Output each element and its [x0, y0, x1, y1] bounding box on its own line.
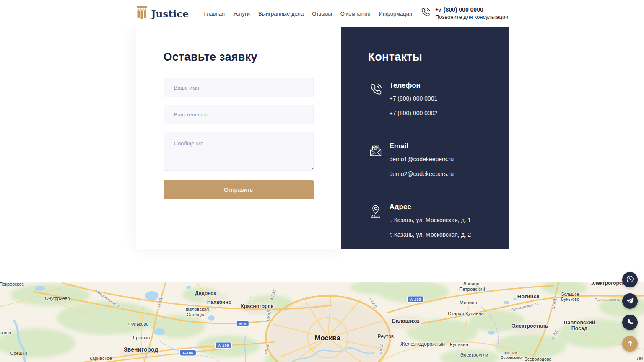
contacts-panel: Контакты Телефон +7 (800) 000 0001 +7 (8…: [341, 27, 509, 249]
map-label: Ершово: [133, 335, 150, 341]
map-label: Павловская Слобода: [184, 307, 209, 317]
contact-phone-2[interactable]: +7 (800) 000 0002: [390, 110, 438, 116]
whatsapp-icon: [626, 275, 634, 284]
road-badge: А-103: [408, 297, 423, 302]
map-label: Новорижское ш.: [94, 289, 122, 309]
main-nav: Главная Услуги Выигранные дела Отзывы О …: [204, 10, 412, 17]
map-label: Электросталь: [512, 323, 548, 329]
phone-icon: [626, 318, 634, 327]
contacts-title: Контакты: [368, 51, 496, 64]
map-label: Красногорск: [241, 303, 273, 309]
map-label: Лосино- Петровский: [459, 282, 485, 292]
map-label: Горьковское ш.: [511, 302, 539, 313]
svg-text:@: @: [374, 147, 377, 150]
map-label: Нахабино: [207, 300, 231, 305]
map-label: Фуньково: [128, 321, 149, 327]
telegram-icon: [626, 297, 634, 306]
location-icon: [368, 203, 384, 246]
header-phone[interactable]: +7 (800) 000 0000 Позвоните для консульт…: [420, 6, 509, 21]
nav-item-home[interactable]: Главная: [204, 10, 224, 17]
map-label: Павловский Посад: [564, 320, 595, 332]
map-label: Монино: [460, 300, 477, 305]
map-label: Ли: [637, 356, 643, 362]
header-phone-note: Позвоните для консультации: [435, 14, 509, 21]
contact-phone-heading: Телефон: [390, 81, 438, 90]
site-header: Justice Главная Услуги Выигранные дела О…: [0, 0, 644, 27]
road-badge: М-9: [237, 321, 249, 326]
form-title: Оставьте заявку: [164, 51, 314, 64]
map-label: Горьковское ш.: [595, 297, 621, 302]
map-label: Москва: [314, 334, 340, 342]
nav-item-services[interactable]: Услуги: [233, 10, 250, 17]
map-label: МКАД: [379, 343, 384, 354]
map-label: Онуфриево: [45, 296, 70, 301]
nav-item-won-cases[interactable]: Выигранные дела: [258, 10, 304, 17]
name-input[interactable]: [164, 78, 314, 97]
nav-item-about[interactable]: О компании: [340, 10, 371, 17]
column-icon: [136, 5, 148, 21]
map-label: Ногинск: [517, 294, 539, 300]
submit-button[interactable]: Отправить: [164, 180, 314, 199]
map-label: Большое Буньково: [561, 292, 579, 302]
telegram-button[interactable]: [622, 293, 638, 309]
contact-address-block: Адрес г. Казань, ул. Московская, д. 1 г.…: [368, 203, 496, 246]
contact-email-heading: Email: [390, 142, 454, 150]
map-label: Орешки: [10, 351, 27, 356]
email-icon: @: [368, 142, 384, 185]
phone-icon: [420, 7, 431, 20]
map-label: Реутов: [378, 334, 394, 340]
map-label: Балашиха: [392, 318, 419, 324]
map-label: Покровское: [0, 282, 24, 287]
map-label: МКАД: [269, 289, 277, 301]
map-label: МКАД: [264, 343, 270, 355]
map-label: ЦКАД: [550, 329, 559, 341]
scroll-top-button[interactable]: [622, 336, 638, 352]
map-label: МКАД: [267, 310, 272, 321]
request-section: Оставьте заявку Отправить Контакты Телеф…: [136, 27, 509, 249]
map-label: Всеволодово: [525, 357, 551, 362]
logo[interactable]: Justice: [136, 5, 189, 21]
contact-email-2[interactable]: demo2@codekeepers.ru: [390, 171, 454, 177]
header-phone-number: +7 (800) 000 0000: [435, 6, 509, 14]
map-label: Купавна: [450, 342, 468, 347]
map-label: ЦКАД: [156, 297, 163, 309]
map-label: Старая Купавна: [448, 311, 484, 316]
contact-address-1[interactable]: г. Казань, ул. Московская, д. 1: [390, 217, 471, 223]
whatsapp-button[interactable]: [622, 272, 638, 287]
request-form: Оставьте заявку Отправить: [136, 27, 341, 249]
contact-phone-block: Телефон +7 (800) 000 0001 +7 (800) 000 0…: [368, 81, 496, 124]
map-label: Дедовск: [195, 291, 216, 297]
message-textarea[interactable]: [164, 132, 314, 171]
road-badge: А-109: [216, 343, 231, 348]
map-label: лково: [0, 330, 11, 336]
map-label: ЦКАД: [551, 298, 557, 310]
contact-address-heading: Адрес: [390, 203, 471, 211]
arrow-up-icon: [626, 339, 634, 348]
contact-email-1[interactable]: demo1@codekeepers.ru: [390, 156, 454, 163]
contact-phone-1[interactable]: +7 (800) 000 0001: [390, 95, 438, 102]
phone-icon: [368, 81, 384, 124]
map-label: Звенигород: [124, 346, 158, 353]
nav-item-reviews[interactable]: Отзывы: [312, 10, 332, 17]
call-button[interactable]: [622, 315, 638, 330]
map[interactable]: ПокровскоеОнуфриевоНоворижское ш.ЦКАДДед…: [0, 282, 644, 362]
map-label: Электрогорск: [590, 282, 624, 287]
map-label: МКАД: [368, 297, 378, 309]
map-labels: ПокровскоеОнуфриевоНоворижское ш.ЦКАДДед…: [0, 282, 644, 362]
road-badge: А-106: [180, 350, 196, 356]
map-label: Электроугли: [460, 352, 488, 358]
logo-text: Justice: [151, 8, 189, 19]
phone-input[interactable]: [164, 105, 314, 124]
nav-item-info[interactable]: Информация: [379, 10, 412, 17]
map-label: пос. им. Воровского: [501, 351, 522, 360]
map-label: Каринское: [89, 356, 112, 361]
contact-email-block: @ Email demo1@codekeepers.ru demo2@codek…: [368, 142, 496, 185]
contact-address-2[interactable]: г. Казань, ул. Московская, д. 2: [390, 231, 471, 238]
map-label: Железнодорожный: [400, 341, 445, 347]
